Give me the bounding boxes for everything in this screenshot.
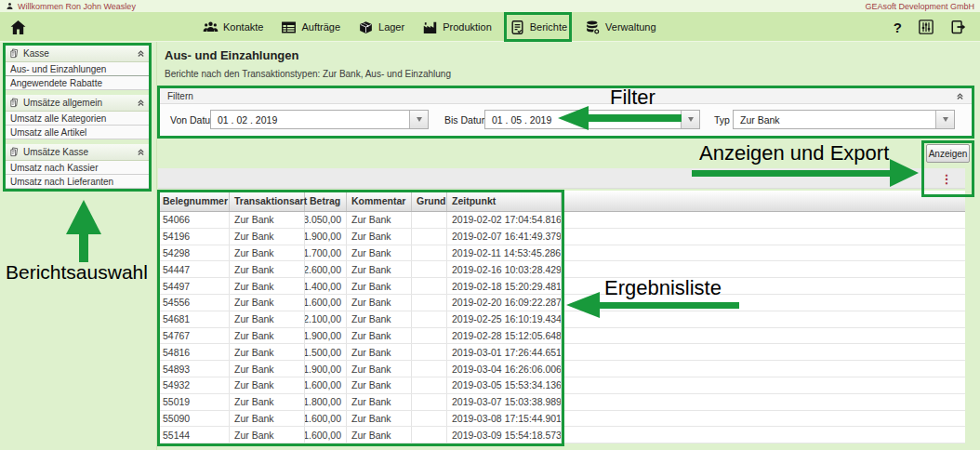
cell-transaktionsart: Zur Bank [230, 411, 305, 427]
cell-zeitpunkt: 2019-02-18 15:20:29.481 [447, 278, 562, 294]
navbar-right: ? [894, 12, 967, 42]
cell-filler [562, 394, 965, 410]
cell-grund [412, 411, 447, 427]
sidebar-item-angewendete-rabatte[interactable]: Angewendete Rabatte [6, 76, 149, 90]
cell-transaktionsart: Zur Bank [230, 278, 305, 294]
table-row[interactable]: 54816Zur Bank1.500,00Zur Bank2019-03-01 … [158, 344, 965, 361]
table-row[interactable]: 54893Zur Bank1.900,00Zur Bank2019-03-04 … [158, 361, 965, 377]
cell-kommentar: Zur Bank [347, 261, 412, 277]
package-icon [358, 20, 374, 35]
cell-betrag: 1.600,00 [305, 411, 347, 427]
filter-panel-header: Filtern [160, 88, 972, 104]
cell-grund [412, 245, 447, 261]
table-row[interactable]: 54196Zur Bank1.900,00Zur Bank2019-02-07 … [158, 229, 965, 245]
cell-zeitpunkt: 2019-02-16 10:03:28.429 [447, 261, 562, 277]
chevron-double-up-icon [137, 49, 145, 58]
table-header-row: BelegnummerTransaktionsartBetragKommenta… [158, 191, 965, 212]
column-header-kommentar[interactable]: Kommentar [347, 191, 412, 211]
cell-belegnummer: 55090 [158, 411, 230, 427]
table-row[interactable]: 54681Zur Bank2.100,00Zur Bank2019-02-25 … [158, 311, 965, 328]
cell-transaktionsart: Zur Bank [230, 295, 305, 311]
nav-item-label: Aufträge [301, 21, 340, 33]
sidebar-item-umsatz-nach-kassier[interactable]: Umsatz nach Kassier [6, 161, 149, 175]
cell-filler [562, 311, 965, 327]
cell-transaktionsart: Zur Bank [230, 361, 305, 377]
cell-belegnummer: 54893 [158, 361, 230, 377]
sidebar-item-umsatz-alle-artikel[interactable]: Umsatz alle Artikel [6, 126, 149, 139]
cell-zeitpunkt: 2019-02-02 17:04:54.816 [447, 212, 562, 228]
collapse-chevron-icon[interactable] [956, 92, 964, 100]
cell-filler [562, 427, 965, 443]
table-row[interactable]: 54767Zur Bank1.900,00Zur Bank2019-02-28 … [158, 328, 965, 345]
cell-belegnummer: 54447 [158, 261, 230, 277]
nav-item-verwaltung[interactable]: Verwaltung [585, 20, 656, 35]
cell-betrag: 1.400,00 [305, 278, 347, 294]
sidebar-item-umsatz-alle-kategorien[interactable]: Umsatz alle Kategorien [6, 112, 149, 126]
sidebar-item-umsatz-nach-lieferanten[interactable]: Umsatz nach Lieferanten [6, 175, 149, 189]
welcome-bar: Willkommen Ron John Weasley GEAsoft Deve… [0, 0, 980, 12]
cell-belegnummer: 54816 [158, 344, 230, 360]
cell-belegnummer: 54196 [158, 229, 230, 245]
report-stack-icon [9, 98, 20, 108]
table-row[interactable]: 55019Zur Bank1.800,00Zur Bank2019-03-07 … [158, 394, 965, 411]
cell-kommentar: Zur Bank [347, 394, 412, 410]
home-button[interactable] [9, 19, 27, 36]
cell-betrag: 1.900,00 [305, 229, 347, 245]
sidebar-group-ums-tze-kasse[interactable]: Umsätze Kasse [6, 144, 149, 161]
typ-select[interactable]: Zur Bank [733, 110, 955, 129]
cell-betrag: 1.800,00 [305, 394, 347, 410]
column-header-zeitpunkt[interactable]: Zeitpunkt [447, 191, 562, 211]
nav-item-auftr-ge[interactable]: Aufträge [281, 20, 340, 35]
cell-kommentar: Zur Bank [347, 328, 412, 344]
sidebar-item-aus-und-einzahlungen[interactable]: Aus- und Einzahlungen [6, 62, 149, 76]
annotation-arrow-up-icon [66, 200, 101, 234]
sliders-icon[interactable] [918, 19, 934, 35]
cell-kommentar: Zur Bank [347, 212, 412, 228]
table-row[interactable]: 54298Zur Bank1.700,00Zur Bank2019-02-11 … [158, 245, 965, 262]
report-doc-icon [510, 20, 525, 35]
table-row[interactable]: 54556Zur Bank1.600,00Zur Bank2019-02-20 … [158, 295, 965, 311]
annotation-arrow-shaft [598, 302, 739, 309]
cell-zeitpunkt: 2019-02-25 16:10:19.434 [447, 311, 562, 327]
table-row[interactable]: 55090Zur Bank1.600,00Zur Bank2019-03-08 … [158, 411, 965, 428]
nav-item-kontakte[interactable]: Kontakte [203, 20, 263, 35]
von-datum-input[interactable]: 01 . 02 . 2019 [210, 110, 429, 129]
bis-datum-dropdown-button[interactable] [681, 111, 699, 128]
cell-grund [412, 229, 447, 245]
nav-item-lager[interactable]: Lager [358, 20, 404, 35]
factory-icon [422, 20, 438, 35]
table-row[interactable]: 54497Zur Bank1.400,00Zur Bank2019-02-18 … [158, 278, 965, 295]
company-name: GEAsoft Development GmbH [865, 2, 974, 11]
column-header-betrag[interactable]: Betrag [305, 191, 347, 211]
cell-grund [412, 261, 447, 277]
typ-value: Zur Bank [734, 111, 935, 128]
cell-betrag: 3.050,00 [305, 212, 347, 228]
annotation-anzeigen-export-label: Anzeigen und Export [699, 141, 889, 165]
sidebar-group-ums-tze-allgemein[interactable]: Umsätze allgemein [6, 95, 149, 112]
table-row[interactable]: 54447Zur Bank2.600,00Zur Bank2019-02-16 … [158, 261, 965, 278]
cell-filler [562, 328, 965, 344]
logout-icon[interactable] [950, 19, 967, 35]
nav-item-label: Produktion [443, 21, 492, 33]
nav-item-label: Verwaltung [605, 21, 656, 33]
table-row[interactable]: 54932Zur Bank1.600,00Zur Bank2019-03-05 … [158, 377, 965, 394]
table-row[interactable]: 55144Zur Bank1.600,00Zur Bank2019-03-09 … [158, 427, 965, 443]
cell-kommentar: Zur Bank [347, 245, 412, 261]
nav-item-produktion[interactable]: Produktion [422, 20, 492, 35]
cell-transaktionsart: Zur Bank [230, 427, 305, 443]
von-datum-dropdown-button[interactable] [409, 111, 428, 128]
table-row[interactable]: 54066Zur Bank3.050,00Zur Bank2019-02-02 … [158, 212, 965, 229]
export-menu-icon[interactable]: ⋮ [939, 170, 954, 188]
column-header-transaktionsart[interactable]: Transaktionsart [230, 191, 305, 211]
cell-betrag: 1.600,00 [305, 377, 347, 393]
column-header-grund[interactable]: Grund [412, 191, 447, 211]
column-header-belegnummer[interactable]: Belegnummer [158, 191, 230, 211]
database-gear-icon [585, 20, 601, 35]
anzeigen-button[interactable]: Anzeigen [926, 144, 970, 163]
cell-zeitpunkt: 2019-02-20 16:09:22.287 [447, 295, 562, 311]
nav-item-berichte[interactable]: Berichte [510, 20, 567, 35]
sidebar-group-kasse[interactable]: Kasse [6, 46, 149, 62]
results-table: BelegnummerTransaktionsartBetragKommenta… [158, 191, 965, 443]
help-button[interactable]: ? [894, 20, 902, 35]
typ-dropdown-button[interactable] [935, 111, 954, 128]
